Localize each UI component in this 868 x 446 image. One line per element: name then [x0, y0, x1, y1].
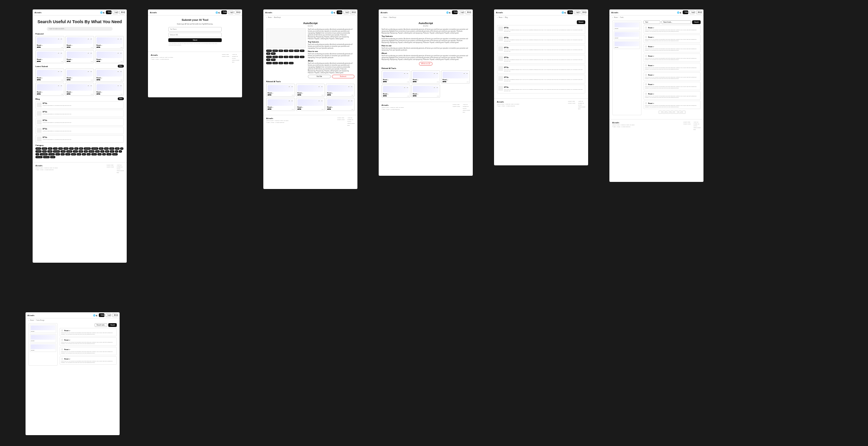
chip[interactable]: Logo	[95, 150, 100, 153]
chip[interactable]: Color	[110, 150, 114, 153]
tool-card[interactable]: 8.88.8 Hexart↗ Free1.2k	[95, 83, 124, 96]
chip[interactable]: Doc	[82, 153, 86, 155]
tool-card[interactable]: 8.88.8 Hexart↗ Free1.2k	[65, 83, 94, 96]
tool-card[interactable]: 8.88.8 Hexart↗ Free1.2k	[95, 50, 124, 63]
chip[interactable]: Detect	[50, 156, 55, 158]
tool-card[interactable]: 8.88.8 Hexart↗ Free1.2k	[411, 85, 440, 98]
chip[interactable]: Code	[58, 147, 63, 150]
chip[interactable]: Chat	[69, 147, 73, 150]
search-item[interactable]: Hexart ↗SaaS tool for your product accel…	[60, 337, 117, 346]
search-input[interactable]: I want to make an article ...	[47, 27, 113, 31]
search-item[interactable]: Hexart ↗SaaS tool for your product accel…	[643, 72, 701, 81]
chip[interactable]: Finance	[35, 150, 42, 153]
chip[interactable]: Image	[63, 147, 69, 150]
tool-card[interactable]: 8.88.8 Hexart↗ Free1.2k	[382, 70, 410, 84]
tool-card[interactable]: 8.88.8 Hexart↗ Free1.2k	[441, 70, 470, 84]
search-item[interactable]: Hexart ↗SaaS tool for your product accel…	[60, 328, 117, 336]
tool-card[interactable]: 8.88.8 Hexart↗ Free1.2k	[296, 84, 325, 97]
list-item[interactable]: GPT4oGPT4o as a chatting machine tool. G…	[497, 75, 585, 84]
chip[interactable]: Font	[105, 150, 109, 153]
chip[interactable]: Bot	[102, 153, 106, 155]
tool-card[interactable]: 8.88.8 Hexart↗ Free1.2k	[326, 84, 355, 97]
chip[interactable]: Search	[112, 153, 118, 155]
search-item[interactable]: Hexart ↗SaaS tool for your product accel…	[643, 34, 701, 43]
chip[interactable]: Script	[65, 153, 70, 155]
chip[interactable]: Voice	[115, 147, 120, 150]
more-btn[interactable]: More	[118, 97, 124, 100]
chip[interactable]: Design	[35, 147, 41, 150]
tool-card[interactable]: 8.88.8 Hexart↗ Free1.2k	[326, 98, 355, 111]
chip[interactable]: Story	[61, 153, 65, 155]
chip[interactable]: API	[35, 153, 39, 155]
admin-btn[interactable]: Admin	[119, 10, 125, 14]
chip[interactable]: Travel	[61, 150, 66, 153]
list-item[interactable]: GPT4oGPT4o as a chatting machine tool. G…	[497, 85, 585, 94]
chip[interactable]: Agent	[106, 153, 112, 155]
chip[interactable]: UX	[115, 150, 118, 153]
submit-button[interactable]: Submit	[168, 38, 221, 42]
chip[interactable]: Sales	[99, 147, 104, 150]
chip[interactable]: Resume	[88, 150, 95, 153]
tool-card[interactable]: 8.88.8 Hexart↗ Free1.2k	[95, 69, 124, 82]
chip[interactable]: Form	[87, 153, 91, 155]
chip[interactable]: Copy	[55, 153, 60, 155]
chip[interactable]: Email	[104, 147, 109, 150]
chip[interactable]: Gaming	[66, 150, 72, 153]
chip[interactable]: Analytics	[48, 153, 55, 155]
tool-card[interactable]: 8.88.8 Hexart↗ Free1.2k	[65, 69, 94, 82]
blog-item[interactable]: GPT4oContent information is a profiling …	[35, 110, 124, 117]
list-item[interactable]: GPT4oGPT4o as a chatting machine tool. G…	[497, 25, 585, 34]
chip[interactable]: Legal	[42, 150, 47, 153]
theme-icon[interactable]: ◐	[103, 11, 105, 13]
list-item[interactable]: GPT4oGPT4o as a chatting machine tool. G…	[497, 35, 585, 44]
search-item[interactable]: Hexart ↗SaaS tool for your product accel…	[60, 347, 117, 355]
search-item[interactable]: Hexart ↗SaaS tool for your product accel…	[643, 63, 701, 71]
chip[interactable]: Writing	[42, 147, 47, 150]
search-item[interactable]: Hexart ↗SaaS tool for your product accel…	[643, 44, 701, 52]
bookmark-btn[interactable]: Bookmark	[332, 75, 355, 78]
list-item[interactable]: GPT4oGPT4o as a chatting machine tool. G…	[497, 55, 585, 64]
chip[interactable]: Audio	[53, 147, 58, 150]
blog-item[interactable]: GPT4oContent information is a profiling …	[35, 135, 124, 143]
chip[interactable]: Research	[84, 147, 91, 150]
chip[interactable]: 3D	[120, 147, 123, 150]
tool-card[interactable]: 8.88.8 Hexart↗ Free1.2k	[266, 84, 295, 97]
tool-card[interactable]: 8.88.8 Hexart↗ Free1.2k	[65, 50, 94, 63]
chip[interactable]: Quiz	[97, 153, 102, 155]
blog-item[interactable]: GPT4oContent information is a profiling …	[35, 101, 124, 109]
search-item[interactable]: Hexart ↗SaaS tool for your product accel…	[643, 101, 701, 109]
tool-card[interactable]: 8.88.8 Hexart↗ Free1.2k	[382, 85, 410, 98]
home-icon[interactable]: ⌂	[266, 17, 267, 18]
tool-card[interactable]: 8.88.8 Hexart↗ Free1.2k	[296, 98, 325, 111]
tool-card[interactable]: 8.88.8 Hexart↗ Free1.2k	[35, 69, 64, 82]
search-item[interactable]: Hexart ↗SaaS tool for your product accel…	[643, 53, 701, 62]
chip[interactable]: Music	[73, 150, 78, 153]
chip[interactable]: Social	[109, 147, 114, 150]
chip[interactable]: Automation	[40, 153, 48, 155]
chip[interactable]: Survey	[91, 153, 97, 155]
url-input[interactable]: Website URL	[168, 33, 221, 37]
search-item[interactable]: Hexart ↗SaaS tool for your product accel…	[643, 25, 701, 34]
chip[interactable]: UI	[119, 150, 122, 153]
chip[interactable]: Data	[79, 147, 83, 150]
list-item[interactable]: GPT4oGPT4o as a chatting machine tool. G…	[497, 45, 585, 54]
chip[interactable]: PDF	[84, 150, 88, 153]
tool-card[interactable]: 8.88.8 Hexart↗ Free1.2k	[65, 36, 94, 49]
tool-card[interactable]: 8.88.8 Hexart↗ Free1.2k	[35, 36, 64, 49]
chip[interactable]: Health	[47, 150, 52, 153]
search-item[interactable]: Hexart ↗SaaS tool for your product accel…	[60, 356, 117, 365]
tool-card[interactable]: 8.88.8 Hexart↗ Free1.2k	[411, 70, 440, 84]
chip[interactable]: Slides	[71, 153, 76, 155]
chip[interactable]: Marketing	[91, 147, 98, 150]
logo[interactable]: Ai.tools	[35, 11, 42, 14]
chip[interactable]: Icon	[100, 150, 104, 153]
search-item[interactable]: Hexart ↗SaaS tool for your product accel…	[643, 82, 701, 90]
chip[interactable]: SEO	[74, 147, 78, 150]
chip[interactable]: Video	[48, 147, 52, 150]
tool-card[interactable]: 8.88.8 Hexart↗ Free1.2k	[266, 98, 295, 111]
chip[interactable]: Translate	[43, 156, 50, 158]
chip[interactable]: Education	[53, 150, 60, 153]
tool-card[interactable]: 8.88.8 Hexart↗ Free1.2k	[95, 36, 124, 49]
chip[interactable]: Sheet	[77, 153, 82, 155]
tool-card[interactable]: 8.88.8 Hexart↗ Free1.2k	[35, 83, 64, 96]
